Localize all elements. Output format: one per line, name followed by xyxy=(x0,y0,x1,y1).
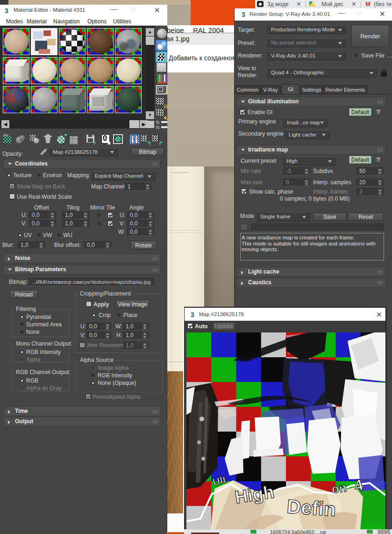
svg-text:Defin: Defin xyxy=(286,495,336,520)
svg-text:on: on xyxy=(331,480,347,496)
